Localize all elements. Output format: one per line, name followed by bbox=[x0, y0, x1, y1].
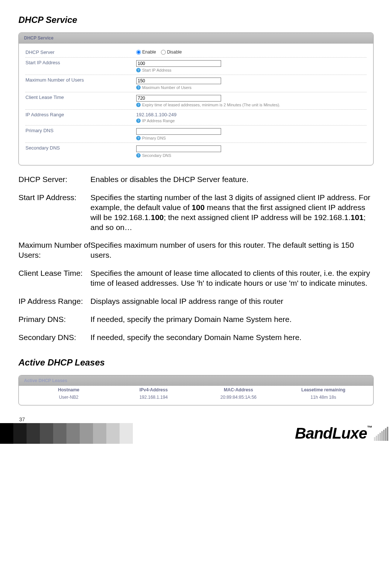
page-number: 37 bbox=[19, 416, 374, 422]
def-label-max-users: Maximum Number of Users: bbox=[18, 240, 90, 260]
def-label-lease-time: Client Lease Time: bbox=[18, 268, 90, 288]
footer: BandLuxe™ bbox=[0, 423, 392, 444]
row-lease-time: Client Lease Time ?Expiry time of leased… bbox=[25, 92, 367, 110]
swatch bbox=[40, 423, 53, 444]
row-ip-range: IP Address Range 192.168.1.100-249 ?IP A… bbox=[25, 110, 367, 126]
cell-mac: 20:89:84:85:1A:56 bbox=[196, 395, 281, 400]
def-text-ip-range: Displays assignable local IP address ran… bbox=[90, 296, 374, 306]
cell-hostname: User-NB2 bbox=[26, 395, 111, 400]
label-primary-dns: Primary DNS bbox=[25, 128, 136, 140]
def-label-ip-range: IP Address Range: bbox=[18, 296, 90, 306]
dhcp-service-panel: DHCP Service DHCP Server Enable Disable … bbox=[18, 32, 374, 165]
help-secondary-dns: Secondary DNS bbox=[142, 153, 171, 158]
swatch bbox=[106, 423, 120, 444]
help-max-users: Maximum Number of Users bbox=[142, 85, 192, 90]
label-ip-range: IP Address Range bbox=[25, 112, 136, 123]
col-ipv4: IPv4-Address bbox=[111, 387, 196, 392]
cell-lease: 11h 48m 18s bbox=[281, 395, 366, 400]
def-label-dhcp-server: DHCP Server: bbox=[18, 175, 90, 185]
panel-header: DHCP Service bbox=[19, 33, 373, 44]
help-icon: ? bbox=[136, 68, 141, 72]
row-dhcp-server: DHCP Server Enable Disable bbox=[25, 47, 367, 58]
help-icon: ? bbox=[136, 153, 141, 158]
leases-panel-header: Active DHCP Leases bbox=[19, 375, 373, 386]
label-lease-time: Client Lease Time bbox=[25, 95, 136, 107]
leases-header-row: Hostname IPv4-Address MAC-Address Leaset… bbox=[26, 386, 366, 394]
active-leases-panel: Active DHCP Leases Hostname IPv4-Address… bbox=[18, 375, 374, 405]
row-max-users: Maximum Number of Users ?Maximum Number … bbox=[25, 75, 367, 92]
def-label-secondary-dns: Secondary DNS: bbox=[18, 333, 90, 343]
swatch bbox=[13, 423, 27, 444]
brand-logo: BandLuxe™ bbox=[295, 425, 372, 442]
def-text-lease-time: Specifies the amount of lease time alloc… bbox=[90, 268, 374, 288]
help-primary-dns: Primary DNS bbox=[142, 136, 166, 140]
input-secondary-dns[interactable] bbox=[136, 145, 221, 152]
label-max-users: Maximum Number of Users bbox=[25, 77, 136, 90]
swatch bbox=[53, 423, 66, 444]
help-icon: ? bbox=[136, 119, 141, 123]
def-text-primary-dns: If needed, specify the primary Domain Na… bbox=[90, 315, 374, 325]
def-text-max-users: Specifies maximum number of users for th… bbox=[90, 240, 374, 260]
help-ip-range: IP Address Range bbox=[142, 119, 175, 123]
swatch bbox=[66, 423, 80, 444]
swatch bbox=[80, 423, 93, 444]
def-text-secondary-dns: If needed, specify the secondary Domain … bbox=[90, 333, 374, 343]
table-row: User-NB2 192.168.1.194 20:89:84:85:1A:56… bbox=[26, 394, 366, 402]
section-title-active-leases: Active DHCP Leases bbox=[18, 357, 374, 368]
input-max-users[interactable] bbox=[136, 78, 221, 84]
radio-disable-wrap[interactable]: Disable bbox=[161, 49, 182, 55]
radio-enable-wrap[interactable]: Enable bbox=[136, 49, 156, 55]
label-secondary-dns: Secondary DNS bbox=[25, 145, 136, 158]
color-swatches bbox=[0, 423, 133, 444]
def-label-primary-dns: Primary DNS: bbox=[18, 315, 90, 325]
def-text-dhcp-server: Enables or disables the DHCP Server feat… bbox=[90, 175, 374, 185]
def-text-start-ip: Specifies the starting number of the las… bbox=[90, 193, 374, 233]
value-ip-range: 192.168.1.100-249 bbox=[136, 112, 367, 117]
definitions-list: DHCP Server: Enables or disables the DHC… bbox=[18, 175, 374, 343]
col-mac: MAC-Address bbox=[196, 387, 281, 392]
swatch bbox=[0, 423, 13, 444]
help-start-ip: Start IP Address bbox=[142, 68, 171, 72]
swatch bbox=[27, 423, 40, 444]
swatch bbox=[120, 423, 133, 444]
cell-ip: 192.168.1.194 bbox=[111, 395, 196, 400]
def-label-start-ip: Start IP Address: bbox=[18, 193, 90, 233]
section-title-dhcp-service: DHCP Service bbox=[18, 15, 374, 25]
input-primary-dns[interactable] bbox=[136, 128, 221, 135]
row-start-ip: Start IP Address ?Start IP Address bbox=[25, 58, 367, 75]
label-start-ip: Start IP Address bbox=[25, 60, 136, 72]
col-leasetime: Leasetime remaining bbox=[281, 387, 366, 392]
radio-disable-label: Disable bbox=[167, 49, 182, 55]
logo-stripes-icon bbox=[374, 426, 388, 441]
trademark-symbol: ™ bbox=[367, 425, 372, 430]
col-hostname: Hostname bbox=[26, 387, 111, 392]
label-dhcp-server: DHCP Server bbox=[25, 49, 136, 55]
input-start-ip[interactable] bbox=[136, 60, 221, 67]
help-icon: ? bbox=[136, 136, 141, 140]
row-secondary-dns: Secondary DNS ?Secondary DNS bbox=[25, 143, 367, 160]
radio-enable[interactable] bbox=[136, 50, 141, 55]
help-lease-time: Expiry time of leased addresses, minimum… bbox=[142, 103, 280, 107]
input-lease-time[interactable] bbox=[136, 95, 221, 102]
radio-enable-label: Enable bbox=[142, 49, 156, 55]
help-icon: ? bbox=[136, 85, 141, 90]
swatch bbox=[93, 423, 106, 444]
row-primary-dns: Primary DNS ?Primary DNS bbox=[25, 126, 367, 143]
radio-disable[interactable] bbox=[161, 50, 166, 55]
help-icon: ? bbox=[136, 103, 141, 107]
